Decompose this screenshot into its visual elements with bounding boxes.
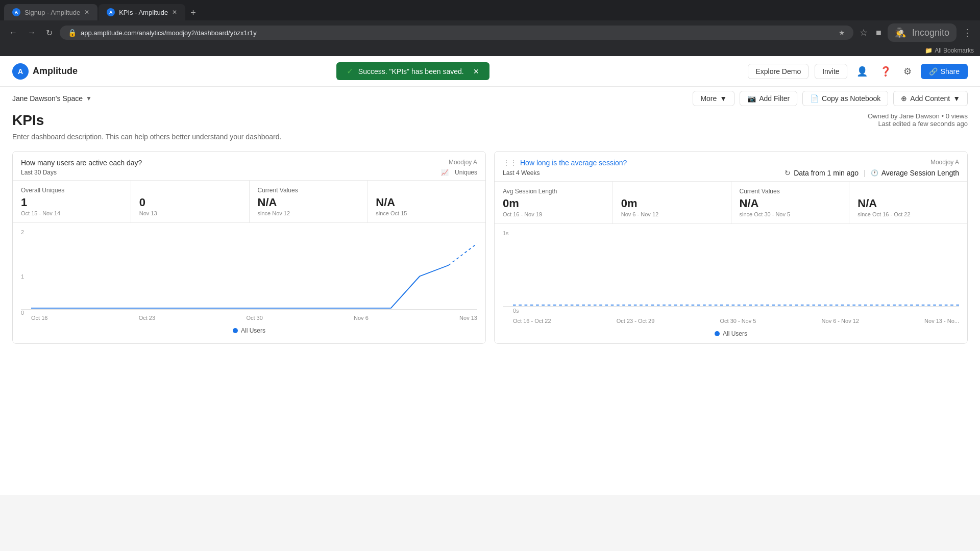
- browser-tab-signup[interactable]: A Signup - Amplitude ✕: [4, 4, 97, 20]
- user-icon-button[interactable]: 👤: [853, 64, 871, 79]
- invite-button[interactable]: Invite: [815, 64, 847, 79]
- space-selector[interactable]: Jane Dawson's Space ▼: [12, 94, 92, 103]
- stat-label-1: [139, 187, 241, 194]
- chevron-down-icon: ▼: [86, 95, 92, 102]
- dashboard-toolbar: Jane Dawson's Space ▼ More ▼ 📷 Add Filte…: [0, 87, 980, 110]
- success-close-button[interactable]: ✕: [473, 67, 479, 76]
- separator: •: [941, 112, 945, 120]
- help-icon-button[interactable]: ❓: [877, 64, 894, 79]
- share-button[interactable]: 🔗 Share: [921, 64, 968, 79]
- settings-icon-button[interactable]: ⚙: [900, 64, 915, 79]
- stat-sub-session-cv2: since Oct 16 - Oct 22: [857, 211, 959, 217]
- stat-avg-session: Avg Session Length 0m Oct 16 - Nov 19: [495, 182, 613, 223]
- explore-demo-button[interactable]: Explore Demo: [748, 64, 808, 79]
- clock-icon: 🕐: [871, 169, 878, 177]
- add-filter-button[interactable]: 📷 Add Filter: [740, 91, 797, 106]
- tab-close-signup[interactable]: ✕: [84, 9, 89, 16]
- active-users-chart-title: How many users are active each day?: [21, 159, 142, 167]
- logo-area: A Amplitude: [12, 63, 78, 80]
- star-icon[interactable]: ☆: [857, 25, 870, 40]
- tab-label-signup: Signup - Amplitude: [24, 9, 80, 16]
- more-options-icon[interactable]: ⋮: [961, 25, 974, 40]
- x-label-oct30: Oct 30: [246, 315, 262, 321]
- stat-nov13: 0 Nov 13: [131, 181, 250, 222]
- refresh-icon: ↻: [785, 169, 791, 177]
- browser-tab-kpis[interactable]: A KPIs - Amplitude ✕: [99, 4, 185, 20]
- x-label-nov13: Nov 13 - No...: [924, 318, 959, 324]
- all-bookmarks-item[interactable]: 📁 All Bookmarks: [925, 47, 974, 54]
- new-tab-button[interactable]: +: [186, 6, 200, 20]
- session-length-chart-title[interactable]: How long is the average session?: [520, 159, 627, 167]
- active-users-x-labels: Oct 16 Oct 23 Oct 30 Nov 6 Nov 13: [21, 313, 477, 323]
- x-label-oct30-nov5: Oct 30 - Nov 5: [720, 318, 756, 324]
- active-users-stats-row: Overall Uniques 1 Oct 15 - Nov 14 0 Nov …: [13, 180, 485, 223]
- drag-handle-session[interactable]: ⋮⋮: [503, 159, 517, 167]
- active-users-chart-body: 2 1 0 Oct 16 Oct 23 Oct 30 Nov 6 Nov 13: [13, 223, 485, 340]
- stat-label-3: [376, 187, 477, 194]
- x-label-nov13: Nov 13: [459, 315, 477, 321]
- success-check-icon: ✓: [347, 66, 353, 76]
- stat-value-3: N/A: [376, 196, 477, 209]
- session-length-chart-period: Last 4 Weeks: [503, 169, 540, 177]
- session-legend: All Users: [503, 330, 959, 337]
- active-users-chart-card: How many users are active each day? Mood…: [12, 151, 486, 344]
- add-content-dropdown-icon: ▼: [953, 94, 960, 103]
- extensions-icon[interactable]: ■: [874, 26, 884, 40]
- incognito-label: Incognito: [910, 26, 951, 40]
- stat-sub-1: Nov 13: [139, 210, 241, 216]
- dashboard-owner: Owned by Jane Dawson: [868, 112, 940, 120]
- charts-grid: How many users are active each day? Mood…: [0, 147, 980, 356]
- success-message: Success. "KPIs" has been saved.: [358, 67, 464, 76]
- session-chart-body: 1s 0s Oct 16 - Oct 22 Oct 23 - Oct 29 Oc…: [495, 224, 967, 343]
- stat-value-nov6: 0m: [621, 197, 723, 210]
- amplitude-logo-text: Amplitude: [33, 66, 78, 77]
- x-label-oct23-29: Oct 23 - Oct 29: [617, 318, 655, 324]
- bookmarks-bar: 📁 All Bookmarks: [0, 45, 980, 56]
- trend-icon: 📈: [441, 169, 449, 176]
- x-label-oct16-22: Oct 16 - Oct 22: [513, 318, 551, 324]
- logo-letter: A: [18, 67, 23, 76]
- active-users-chart-period: Last 30 Days: [21, 169, 57, 176]
- reload-button[interactable]: ↻: [43, 26, 56, 40]
- x-label-oct23: Oct 23: [139, 315, 155, 321]
- app-container: A Amplitude ✓ Success. "KPIs" has been s…: [0, 56, 980, 495]
- forward-button[interactable]: →: [24, 26, 39, 39]
- active-users-chart-meta: 📈 Uniques: [441, 169, 477, 176]
- incognito-badge: 🕵 Incognito: [888, 23, 957, 42]
- stat-sub-3: since Oct 15: [376, 210, 477, 216]
- stat-value-0: 1: [21, 196, 122, 209]
- address-text: app.amplitude.com/analytics/moodjoy2/das…: [81, 29, 835, 37]
- amplitude-logo-icon: A: [12, 63, 29, 80]
- tab-close-kpis[interactable]: ✕: [172, 9, 177, 16]
- copy-as-notebook-button[interactable]: 📄 Copy as Notebook: [802, 91, 888, 106]
- data-freshness-label: Data from 1 min ago: [794, 169, 859, 177]
- more-button[interactable]: More ▼: [693, 91, 734, 106]
- legend-label-active-users: All Users: [241, 327, 265, 334]
- copy-notebook-label: Copy as Notebook: [822, 94, 880, 103]
- chart-header-session: ⋮⋮ How long is the average session? Mood…: [495, 152, 967, 181]
- x-label-nov6-12: Nov 6 - Nov 12: [822, 318, 859, 324]
- stat-label-2: Current Values: [258, 187, 359, 194]
- address-bar[interactable]: 🔒 app.amplitude.com/analytics/moodjoy2/d…: [60, 26, 853, 40]
- dashboard-title: KPIs: [12, 112, 968, 129]
- stat-current-values-1: Current Values N/A since Nov 12: [250, 181, 368, 222]
- active-users-line-svg: [31, 243, 477, 309]
- browser-tabs: A Signup - Amplitude ✕ A KPIs - Amplitud…: [0, 4, 980, 20]
- dashboard-description: Enter dashboard description. This can he…: [12, 133, 968, 141]
- dashboard-title-area: Owned by Jane Dawson • 0 views Last edit…: [0, 110, 980, 147]
- header-center: ✓ Success. "KPIs" has been saved. ✕: [86, 62, 740, 80]
- add-icon: ⊕: [901, 94, 907, 103]
- header-right: Explore Demo Invite 👤 ❓ ⚙ 🔗 Share: [748, 64, 968, 79]
- browser-toolbar-right: ☆ ■ 🕵 Incognito ⋮: [857, 23, 974, 42]
- x-label-nov6: Nov 6: [354, 315, 369, 321]
- stat-label-nov6: [621, 188, 723, 195]
- session-stats-row: Avg Session Length 0m Oct 16 - Nov 19 0m…: [495, 181, 967, 224]
- stat-label-0: Overall Uniques: [21, 187, 122, 194]
- share-label: Share: [941, 67, 960, 76]
- back-button[interactable]: ←: [6, 26, 20, 39]
- share-icon: 🔗: [929, 67, 938, 76]
- stat-value-avg: 0m: [503, 197, 604, 210]
- stat-overall-uniques: Overall Uniques 1 Oct 15 - Nov 14: [13, 181, 131, 222]
- success-banner: ✓ Success. "KPIs" has been saved. ✕: [336, 62, 489, 80]
- add-content-button[interactable]: ⊕ Add Content ▼: [893, 91, 968, 106]
